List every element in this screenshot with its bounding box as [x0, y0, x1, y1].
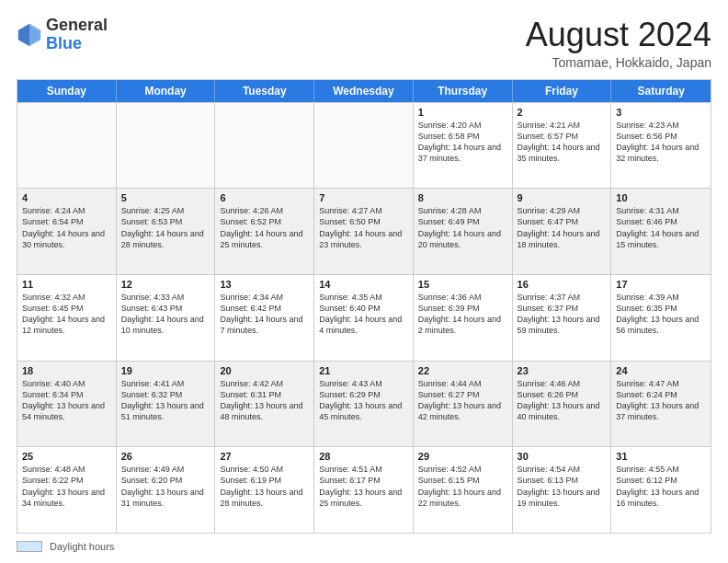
cal-cell-1-3: 7Sunrise: 4:27 AM Sunset: 6:50 PM Daylig…: [314, 189, 414, 274]
day-number: 31: [616, 451, 706, 462]
day-number: 27: [220, 451, 309, 462]
svg-marker-1: [29, 24, 40, 47]
cal-cell-1-6: 10Sunrise: 4:31 AM Sunset: 6:46 PM Dayli…: [611, 189, 711, 274]
cal-cell-0-6: 3Sunrise: 4:23 AM Sunset: 6:56 PM Daylig…: [611, 103, 711, 189]
cell-info: Sunrise: 4:33 AM Sunset: 6:43 PM Dayligh…: [121, 292, 210, 337]
day-number: 2: [518, 107, 607, 118]
cal-cell-1-1: 5Sunrise: 4:25 AM Sunset: 6:53 PM Daylig…: [117, 189, 216, 274]
cell-info: Sunrise: 4:23 AM Sunset: 6:56 PM Dayligh…: [616, 120, 706, 165]
cell-info: Sunrise: 4:20 AM Sunset: 6:58 PM Dayligh…: [418, 120, 507, 165]
cal-row-3: 18Sunrise: 4:40 AM Sunset: 6:34 PM Dayli…: [17, 361, 711, 447]
header-sunday: Sunday: [17, 80, 117, 102]
cell-info: Sunrise: 4:55 AM Sunset: 6:12 PM Dayligh…: [616, 464, 706, 509]
cell-info: Sunrise: 4:24 AM Sunset: 6:54 PM Dayligh…: [22, 205, 111, 250]
cal-cell-0-3: [314, 103, 414, 189]
cell-info: Sunrise: 4:27 AM Sunset: 6:50 PM Dayligh…: [319, 205, 408, 250]
cal-cell-4-3: 28Sunrise: 4:51 AM Sunset: 6:17 PM Dayli…: [314, 447, 414, 533]
day-number: 17: [616, 279, 706, 290]
day-number: 18: [22, 365, 111, 376]
day-number: 7: [319, 192, 408, 203]
cell-info: Sunrise: 4:25 AM Sunset: 6:53 PM Dayligh…: [121, 205, 210, 250]
day-number: 12: [121, 279, 210, 290]
cell-info: Sunrise: 4:51 AM Sunset: 6:17 PM Dayligh…: [319, 464, 408, 509]
day-number: 20: [220, 365, 309, 376]
cal-cell-2-0: 11Sunrise: 4:32 AM Sunset: 6:45 PM Dayli…: [17, 275, 117, 361]
svg-marker-2: [18, 24, 29, 47]
cell-info: Sunrise: 4:49 AM Sunset: 6:20 PM Dayligh…: [121, 464, 210, 509]
cal-cell-1-2: 6Sunrise: 4:26 AM Sunset: 6:52 PM Daylig…: [215, 189, 314, 274]
header-friday: Friday: [513, 80, 612, 102]
cal-cell-4-6: 31Sunrise: 4:55 AM Sunset: 6:12 PM Dayli…: [611, 447, 711, 533]
cell-info: Sunrise: 4:39 AM Sunset: 6:35 PM Dayligh…: [616, 292, 706, 337]
cal-cell-0-0: [17, 103, 117, 189]
cal-cell-4-4: 29Sunrise: 4:52 AM Sunset: 6:15 PM Dayli…: [414, 447, 513, 533]
day-number: 30: [518, 451, 607, 462]
day-number: 25: [22, 451, 111, 462]
cell-info: Sunrise: 4:48 AM Sunset: 6:22 PM Dayligh…: [22, 464, 111, 509]
daylight-swatch: [17, 541, 42, 552]
cal-cell-2-5: 16Sunrise: 4:37 AM Sunset: 6:37 PM Dayli…: [513, 275, 612, 361]
cal-cell-4-0: 25Sunrise: 4:48 AM Sunset: 6:22 PM Dayli…: [17, 447, 117, 533]
logo-text: General Blue: [46, 17, 108, 53]
cal-cell-3-3: 21Sunrise: 4:43 AM Sunset: 6:29 PM Dayli…: [314, 362, 414, 447]
cal-cell-4-1: 26Sunrise: 4:49 AM Sunset: 6:20 PM Dayli…: [117, 447, 216, 533]
footer: Daylight hours: [17, 541, 711, 552]
day-number: 10: [616, 192, 706, 203]
header-monday: Monday: [117, 80, 216, 102]
cell-info: Sunrise: 4:35 AM Sunset: 6:40 PM Dayligh…: [319, 292, 408, 337]
logo-icon: [17, 22, 42, 48]
cell-info: Sunrise: 4:52 AM Sunset: 6:15 PM Dayligh…: [418, 464, 507, 509]
day-number: 15: [418, 279, 507, 290]
cell-info: Sunrise: 4:36 AM Sunset: 6:39 PM Dayligh…: [418, 292, 507, 337]
cal-row-2: 11Sunrise: 4:32 AM Sunset: 6:45 PM Dayli…: [17, 274, 711, 361]
cal-cell-2-1: 12Sunrise: 4:33 AM Sunset: 6:43 PM Dayli…: [117, 275, 216, 361]
cal-row-1: 4Sunrise: 4:24 AM Sunset: 6:54 PM Daylig…: [17, 188, 711, 274]
cal-cell-3-4: 22Sunrise: 4:44 AM Sunset: 6:27 PM Dayli…: [414, 362, 513, 447]
cal-cell-3-1: 19Sunrise: 4:41 AM Sunset: 6:32 PM Dayli…: [117, 362, 216, 447]
month-year: August 2024: [526, 17, 711, 53]
day-number: 22: [418, 365, 507, 376]
day-number: 13: [220, 279, 309, 290]
header-tuesday: Tuesday: [215, 80, 314, 102]
cell-info: Sunrise: 4:40 AM Sunset: 6:34 PM Dayligh…: [22, 378, 111, 423]
calendar: Sunday Monday Tuesday Wednesday Thursday…: [17, 79, 711, 534]
cell-info: Sunrise: 4:47 AM Sunset: 6:24 PM Dayligh…: [616, 378, 706, 423]
day-number: 11: [22, 279, 111, 290]
cal-cell-3-5: 23Sunrise: 4:46 AM Sunset: 6:26 PM Dayli…: [513, 362, 612, 447]
cal-cell-2-2: 13Sunrise: 4:34 AM Sunset: 6:42 PM Dayli…: [215, 275, 314, 361]
cal-cell-4-5: 30Sunrise: 4:54 AM Sunset: 6:13 PM Dayli…: [513, 447, 612, 533]
cell-info: Sunrise: 4:29 AM Sunset: 6:47 PM Dayligh…: [518, 205, 607, 250]
cal-cell-0-4: 1Sunrise: 4:20 AM Sunset: 6:58 PM Daylig…: [414, 103, 513, 189]
title-block: August 2024 Tomamae, Hokkaido, Japan: [526, 17, 711, 70]
header: General Blue August 2024 Tomamae, Hokkai…: [17, 17, 711, 70]
cell-info: Sunrise: 4:32 AM Sunset: 6:45 PM Dayligh…: [22, 292, 111, 337]
day-number: 24: [616, 365, 706, 376]
cell-info: Sunrise: 4:44 AM Sunset: 6:27 PM Dayligh…: [418, 378, 507, 423]
cal-cell-0-1: [117, 103, 216, 189]
day-number: 26: [121, 451, 210, 462]
day-number: 4: [22, 192, 111, 203]
cell-info: Sunrise: 4:41 AM Sunset: 6:32 PM Dayligh…: [121, 378, 210, 423]
cal-cell-1-5: 9Sunrise: 4:29 AM Sunset: 6:47 PM Daylig…: [513, 189, 612, 274]
cal-row-4: 25Sunrise: 4:48 AM Sunset: 6:22 PM Dayli…: [17, 446, 711, 533]
cal-cell-1-0: 4Sunrise: 4:24 AM Sunset: 6:54 PM Daylig…: [17, 189, 117, 274]
day-number: 8: [418, 192, 507, 203]
cell-info: Sunrise: 4:34 AM Sunset: 6:42 PM Dayligh…: [220, 292, 309, 337]
day-number: 5: [121, 192, 210, 203]
cell-info: Sunrise: 4:31 AM Sunset: 6:46 PM Dayligh…: [616, 205, 706, 250]
calendar-body: 1Sunrise: 4:20 AM Sunset: 6:58 PM Daylig…: [17, 102, 711, 533]
cal-cell-3-0: 18Sunrise: 4:40 AM Sunset: 6:34 PM Dayli…: [17, 362, 117, 447]
logo: General Blue: [17, 17, 108, 53]
calendar-header: Sunday Monday Tuesday Wednesday Thursday…: [17, 80, 711, 102]
cal-cell-2-3: 14Sunrise: 4:35 AM Sunset: 6:40 PM Dayli…: [314, 275, 414, 361]
cell-info: Sunrise: 4:50 AM Sunset: 6:19 PM Dayligh…: [220, 464, 309, 509]
day-number: 6: [220, 192, 309, 203]
page: General Blue August 2024 Tomamae, Hokkai…: [0, 0, 728, 563]
cell-info: Sunrise: 4:43 AM Sunset: 6:29 PM Dayligh…: [319, 378, 408, 423]
cal-cell-4-2: 27Sunrise: 4:50 AM Sunset: 6:19 PM Dayli…: [215, 447, 314, 533]
day-number: 16: [518, 279, 607, 290]
day-number: 1: [418, 107, 507, 118]
cell-info: Sunrise: 4:42 AM Sunset: 6:31 PM Dayligh…: [220, 378, 309, 423]
cal-row-0: 1Sunrise: 4:20 AM Sunset: 6:58 PM Daylig…: [17, 102, 711, 189]
cell-info: Sunrise: 4:28 AM Sunset: 6:49 PM Dayligh…: [418, 205, 507, 250]
